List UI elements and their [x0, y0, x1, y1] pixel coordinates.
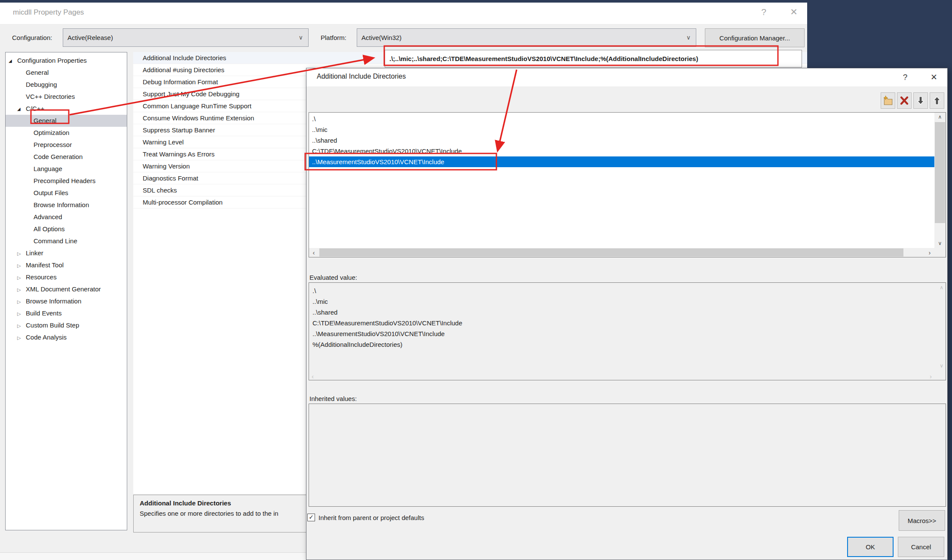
- scroll-up-icon[interactable]: ∧: [934, 113, 946, 122]
- tree-item-browse-information[interactable]: Browse Information: [6, 199, 127, 211]
- tree-item-xml-document-generator[interactable]: ▷XML Document Generator: [6, 283, 127, 295]
- evaluated-value-line: ..\shared: [312, 307, 934, 318]
- tree-item-output-files[interactable]: Output Files: [6, 187, 127, 199]
- collapsed-triangle-icon[interactable]: ▷: [17, 308, 26, 320]
- configuration-dropdown[interactable]: Active(Release) ∨: [63, 28, 309, 47]
- move-up-button[interactable]: [930, 92, 944, 109]
- tree-item-label: Resources: [26, 273, 57, 281]
- tree-item-custom-build-step[interactable]: ▷Custom Build Step: [6, 319, 127, 331]
- help-icon[interactable]: ?: [897, 70, 913, 85]
- tree-item-label: VC++ Directories: [26, 93, 75, 100]
- new-line-icon: [882, 95, 894, 106]
- evaluated-value-line: .\: [312, 285, 934, 296]
- tree-item-build-events[interactable]: ▷Build Events: [6, 307, 127, 319]
- dialog-title: Additional Include Directories: [317, 73, 406, 80]
- platform-dropdown[interactable]: Active(Win32) ∨: [357, 28, 696, 47]
- vertical-scrollbar[interactable]: ∧ ∨: [934, 113, 946, 248]
- tree-item-all-options[interactable]: All Options: [6, 223, 127, 235]
- tree-item-preprocessor[interactable]: Preprocessor: [6, 139, 127, 151]
- move-up-icon: [932, 95, 942, 106]
- collapsed-triangle-icon[interactable]: ▷: [17, 320, 26, 332]
- close-icon[interactable]: ✕: [785, 3, 802, 21]
- tree-item-label: Debugging: [26, 81, 57, 88]
- chevron-down-icon: ∨: [686, 29, 691, 46]
- tree-item-browse-information[interactable]: ▷Browse Information: [6, 295, 127, 307]
- property-pages-titlebar[interactable]: micdll Property Pages ? ✕: [0, 3, 807, 24]
- platform-value: Active(Win32): [361, 29, 401, 46]
- directory-list-item[interactable]: ..\MeasurementStudioVS2010\VCNET\Include: [309, 156, 934, 167]
- directory-list-item[interactable]: .\: [309, 113, 934, 124]
- tree-item-debugging[interactable]: Debugging: [6, 79, 127, 91]
- tree-item-language[interactable]: Language: [6, 163, 127, 175]
- tree-item-vc-directories[interactable]: VC++ Directories: [6, 91, 127, 103]
- evaluated-value-label: Evaluated value:: [309, 274, 357, 281]
- config-tree: ◢Configuration PropertiesGeneralDebuggin…: [5, 52, 127, 530]
- include-directories-items: .\..\mic..\sharedC:\TDE\MeasurementStudi…: [309, 113, 934, 167]
- scroll-right-icon[interactable]: ›: [925, 248, 934, 257]
- scroll-down-icon: ∨: [940, 363, 943, 369]
- scrollbar-thumb[interactable]: [319, 248, 903, 257]
- inherit-checkbox-row: ✓ Inherit from parent or project default…: [307, 514, 565, 522]
- tree-item-resources[interactable]: ▷Resources: [6, 271, 127, 283]
- tree-item-label: Code Generation: [34, 153, 83, 160]
- directory-list-item[interactable]: C:\TDE\MeasurementStudioVS2010\VCNET\Inc…: [309, 146, 934, 156]
- expanded-triangle-icon[interactable]: ◢: [9, 55, 17, 67]
- dialog-toolbar: [881, 92, 944, 109]
- tree-item-general[interactable]: General: [6, 115, 127, 127]
- tree-item-configuration-properties[interactable]: ◢Configuration Properties: [6, 55, 127, 67]
- scroll-up-icon: ∧: [940, 285, 943, 291]
- configuration-manager-button[interactable]: Configuration Manager...: [705, 28, 805, 47]
- tree-item-label: Preprocessor: [34, 141, 72, 148]
- window-title: micdll Property Pages: [13, 8, 84, 17]
- scroll-left-icon: ‹: [312, 373, 314, 380]
- tree-item-c-c[interactable]: ◢C/C++: [6, 103, 127, 115]
- move-down-button[interactable]: [913, 92, 928, 109]
- tree-item-label: Output Files: [34, 189, 68, 196]
- scrollbar-thumb[interactable]: [935, 122, 945, 223]
- configuration-label: Configuration:: [12, 34, 52, 41]
- collapsed-triangle-icon[interactable]: ▷: [17, 260, 26, 272]
- tree-item-optimization[interactable]: Optimization: [6, 127, 127, 139]
- tree-item-manifest-tool[interactable]: ▷Manifest Tool: [6, 259, 127, 271]
- close-icon[interactable]: ✕: [926, 70, 942, 85]
- tree-item-code-generation[interactable]: Code Generation: [6, 151, 127, 163]
- tree-item-precompiled-headers[interactable]: Precompiled Headers: [6, 175, 127, 187]
- collapsed-triangle-icon[interactable]: ▷: [17, 332, 26, 344]
- delete-button[interactable]: [897, 92, 912, 109]
- macros-button[interactable]: Macros>>: [899, 510, 945, 531]
- tree-item-label: Browse Information: [34, 201, 89, 208]
- help-icon[interactable]: ?: [755, 3, 772, 21]
- ok-button[interactable]: OK: [847, 537, 894, 557]
- collapsed-triangle-icon[interactable]: ▷: [17, 272, 26, 284]
- collapsed-triangle-icon[interactable]: ▷: [17, 248, 26, 260]
- evaluated-value-line: C:\TDE\MeasurementStudioVS2010\VCNET\Inc…: [312, 318, 934, 328]
- scroll-left-icon[interactable]: ‹: [309, 248, 318, 257]
- directory-list-item[interactable]: ..\shared: [309, 135, 934, 146]
- tree-item-label: Manifest Tool: [26, 261, 64, 269]
- additional-include-directories-dialog: Additional Include Directories ? ✕: [306, 68, 948, 560]
- inherit-checkbox[interactable]: ✓: [307, 514, 315, 521]
- tree-item-linker[interactable]: ▷Linker: [6, 247, 127, 259]
- tree-item-command-line[interactable]: Command Line: [6, 235, 127, 247]
- tree-item-label: General: [34, 117, 56, 124]
- expanded-triangle-icon[interactable]: ◢: [17, 103, 26, 115]
- scroll-down-icon[interactable]: ∨: [934, 239, 946, 248]
- new-line-button[interactable]: [881, 92, 895, 109]
- tree-item-general[interactable]: General: [6, 67, 127, 79]
- additional-include-directories-value-field[interactable]: .\;..\mic;..\shared;C:\TDE\MeasurementSt…: [385, 50, 802, 67]
- tree-item-label: C/C++: [26, 105, 44, 112]
- include-directories-listbox[interactable]: .\..\mic..\sharedC:\TDE\MeasurementStudi…: [309, 112, 946, 257]
- tree-item-code-analysis[interactable]: ▷Code Analysis: [6, 331, 127, 343]
- evaluated-value-lines: .\..\mic..\sharedC:\TDE\MeasurementStudi…: [309, 285, 934, 350]
- tree-item-label: General: [26, 69, 49, 76]
- inherited-values-box: [309, 404, 946, 507]
- dialog-titlebar[interactable]: Additional Include Directories ? ✕: [306, 68, 947, 86]
- tree-item-label: Advanced: [34, 213, 62, 220]
- evaluated-value-line: %(AdditionalIncludeDirectories): [312, 339, 934, 350]
- tree-item-advanced[interactable]: Advanced: [6, 211, 127, 223]
- collapsed-triangle-icon[interactable]: ▷: [17, 296, 26, 308]
- collapsed-triangle-icon[interactable]: ▷: [17, 284, 26, 296]
- cancel-button[interactable]: Cancel: [898, 537, 944, 557]
- horizontal-scrollbar[interactable]: ‹ ›: [309, 248, 934, 257]
- directory-list-item[interactable]: ..\mic: [309, 124, 934, 135]
